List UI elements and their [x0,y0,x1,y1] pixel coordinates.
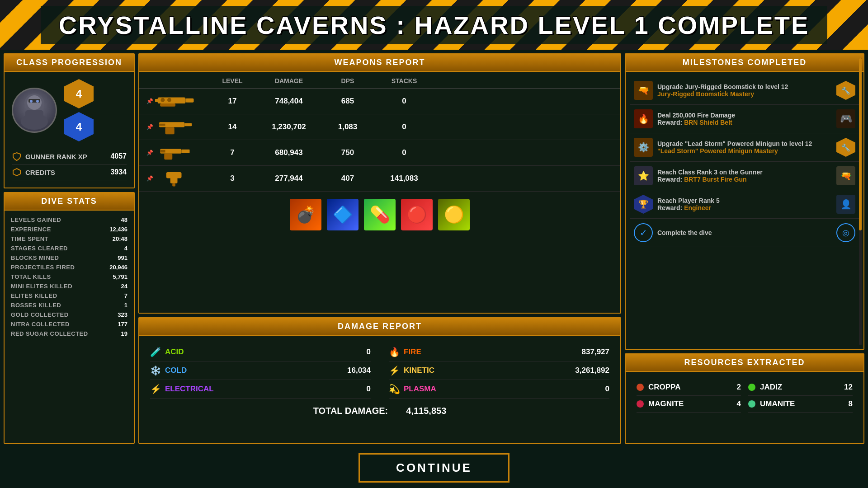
dive-stats-header: DIVE STATS [5,193,134,211]
weapon-dps: 407 [323,174,373,183]
rank-badges: 4 4 [64,79,94,141]
damage-report-header: DAMAGE REPORT [139,318,620,336]
credits-label: CREDITS [12,167,55,177]
dive-stat-label: RED SUGAR COLLECTED [11,330,88,337]
milestones-panel: MILESTONES COMPLETED 🔫 Upgrade Jury-Rigg… [625,53,864,350]
weapon-dps: 685 [323,97,373,106]
character-svg [14,90,55,131]
dive-stat-row: RED SUGAR COLLECTED19 [11,329,127,338]
dive-stat-value: 20:48 [113,235,127,242]
milestone-text: Upgrade Jury-Rigged Boomstick to level 1… [657,83,832,98]
credits-icon [12,167,22,177]
resource-dot [748,400,755,408]
resource-value: 4 [737,399,741,408]
damage-type-value: 0 [367,347,371,357]
hazard-header: CRYSTALLINE CAVERNS : HAZARD LEVEL 1 COM… [0,0,868,50]
svg-marker-7 [13,169,20,176]
middle-panel: WEAPONS REPORT LEVEL DAMAGE DPS STACKS 📌… [138,53,621,444]
dive-stat-row: BOSSES KILLED1 [11,300,127,310]
damage-type-icon: ⚡ [150,384,161,394]
col-weapon [146,77,210,84]
damage-content: 🧪 ACID 0 ❄️ COLD 16,034 ⚡ ELECTRICAL 0 🔥… [139,336,620,431]
pickup-1: 💣 [290,199,321,230]
weapon-icon: 📌 [146,92,210,110]
pin-icon: 📌 [146,124,153,130]
dive-stat-row: GOLD COLLECTED323 [11,310,127,319]
col-stacks: STACKS [373,77,436,84]
total-damage-row: TOTAL DAMAGE: 4,115,853 [150,399,609,423]
dive-stat-row: STAGES CLEARED4 [11,244,127,253]
scrollbar-track[interactable] [859,58,862,345]
items-row: 💣 🔷 💊 🔴 🟡 [139,192,620,238]
class-progression-content: 4 4 GUNNER RANK XP [5,72,134,188]
weapon-dps: 750 [323,148,373,157]
svg-rect-16 [184,123,192,127]
svg-rect-24 [172,183,175,187]
svg-rect-17 [159,124,165,126]
dive-stat-label: MINI ELITES KILLED [11,283,72,290]
rank-xp-value: 4057 [110,152,127,160]
weapon-rows: 📌 17 748,404 685 0 📌 14 1,230,702 1,083 … [139,89,620,192]
weapon-row: 📌 7 680,943 750 0 [139,140,620,166]
weapon-icon: 📌 [146,144,210,162]
dive-stat-value: 48 [121,216,127,223]
svg-rect-3 [25,110,43,124]
milestone-item: 🔫 Upgrade Jury-Rigged Boomstick to level… [630,76,859,105]
weapons-content: LEVEL DAMAGE DPS STACKS 📌 17 748,404 685… [139,72,620,241]
dive-stat-row: EXPERIENCE12,436 [11,225,127,234]
dive-stat-value: 20,946 [109,264,127,271]
damage-type-label: ❄️ COLD [150,365,187,376]
damage-type-row: 🧪 ACID 0 [150,343,371,361]
milestone-item: ⭐ Reach Class Rank 3 on the Gunner Rewar… [630,162,859,190]
resource-value: 8 [849,399,853,408]
dive-stat-label: STAGES CLEARED [11,245,68,252]
milestone-title: Deal 250,000 Fire Damage [657,112,832,119]
weapon-dps: 1,083 [323,122,373,131]
col-level: LEVEL [210,77,255,84]
milestones-header: MILESTONES COMPLETED [626,54,863,72]
weapons-report-panel: WEAPONS REPORT LEVEL DAMAGE DPS STACKS 📌… [138,53,621,314]
dive-stat-row: ELITES KILLED7 [11,291,127,300]
resources-left: CROPPA 2 MAGNITE 4 [637,379,741,413]
damage-type-value: 3,261,892 [575,366,609,375]
dive-stat-label: GOLD COLLECTED [11,311,69,318]
weapon-damage: 680,943 [255,148,323,157]
dive-stat-value: 177 [118,321,127,328]
page-title: CRYSTALLINE CAVERNS : HAZARD LEVEL 1 COM… [41,6,828,44]
dive-stat-value: 7 [124,292,127,299]
dive-stat-label: BLOCKS MINED [11,254,59,261]
svg-rect-13 [155,99,160,102]
resources-panel: RESOURCES EXTRACTED CROPPA 2 MAGNITE 4 J… [625,353,864,444]
credits-value: 3934 [110,168,127,176]
main-content: CLASS PROGRESSION [0,50,868,447]
milestone-item: 🏆 Reach Player Rank 5 Reward: Engineer 👤 [630,190,859,219]
damage-type-icon: 💫 [389,384,400,394]
pickup-3: 💊 [364,199,396,230]
rank-badge-1: 4 [64,79,94,108]
damage-type-label: ⚡ KINETIC [389,365,434,376]
weapon-row: 📌 17 748,404 685 0 [139,89,620,114]
dive-stat-row: PROJECTILES FIRED20,946 [11,263,127,272]
resource-name: UMANITE [748,399,795,408]
damage-report-panel: DAMAGE REPORT 🧪 ACID 0 ❄️ COLD 16,034 ⚡ … [138,317,621,444]
dive-stats-panel: DIVE STATS LEVELS GAINED48EXPERIENCE12,4… [4,192,135,444]
resource-row: MAGNITE 4 [637,396,741,413]
dive-stat-value: 12,436 [109,226,127,233]
pickup-2: 🔷 [327,199,359,230]
damage-type-row: 🔥 FIRE 837,927 [389,343,609,361]
dive-stat-value: 1 [124,302,127,309]
pickup-5: 🟡 [438,199,470,230]
dive-stat-label: EXPERIENCE [11,226,51,233]
svg-rect-23 [166,172,182,178]
resource-dot [637,400,644,408]
resource-dot [748,384,755,391]
milestone-text: Upgrade "Lead Storm" Powered Minigun to … [657,140,832,155]
pickup-4: 🔴 [401,199,433,230]
dive-stat-row: MINI ELITES KILLED24 [11,282,127,291]
continue-button[interactable]: CONTINUE [359,453,509,483]
rank-badge-2: 4 [64,112,94,141]
weapon-icon: 📌 [146,118,210,136]
damage-type-row: 💫 PLASMA 0 [389,380,609,399]
svg-point-12 [167,98,171,102]
damage-type-row: ⚡ KINETIC 3,261,892 [389,361,609,380]
